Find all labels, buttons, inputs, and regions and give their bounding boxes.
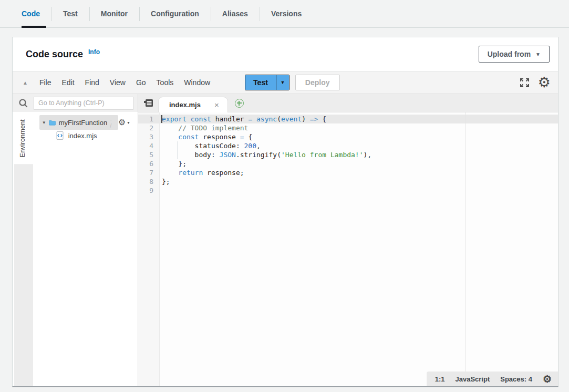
language-mode[interactable]: JavaScript <box>455 375 490 383</box>
panel-header: Code source Info Upload from ▼ <box>13 37 558 71</box>
line-number[interactable]: 6 <box>138 159 159 168</box>
tab-versions[interactable]: Versions <box>260 0 313 27</box>
line-number[interactable]: 2 <box>138 123 159 132</box>
code-token: ), <box>364 151 372 159</box>
goto-anything-row <box>13 94 138 112</box>
code-line[interactable]: // TODO implement <box>162 123 558 132</box>
code-line[interactable]: statusCode: 200, <box>162 141 558 150</box>
menu-tools[interactable]: Tools <box>151 78 179 87</box>
file-name: index.mjs <box>68 132 97 140</box>
ide-body: Environment ▼ myFirstFunction <box>13 94 558 386</box>
tab-aliases[interactable]: Aliases <box>211 0 260 27</box>
editor-tab-index-mjs[interactable]: index.mjs × <box>158 97 228 112</box>
tab-code[interactable]: Code <box>22 0 51 27</box>
code-token: JSON <box>220 151 236 159</box>
file-tree: ▼ myFirstFunction - / ⚙ ▼ <box>33 112 138 386</box>
close-icon[interactable]: × <box>214 101 219 109</box>
code-token: ) <box>302 115 306 123</box>
code-token: = <box>240 133 244 141</box>
code-token: export <box>162 115 187 123</box>
code-token: response <box>199 133 240 141</box>
code-token: return <box>178 169 203 177</box>
tab-configuration[interactable]: Configuration <box>139 0 211 27</box>
menu-find[interactable]: Find <box>80 78 105 87</box>
environment-tab[interactable]: Environment <box>13 112 33 164</box>
code-line[interactable] <box>162 186 558 195</box>
goto-anything-input[interactable] <box>34 97 133 110</box>
collapse-pane-icon[interactable]: ▲ <box>23 80 28 86</box>
tree-settings-button[interactable]: ⚙ ▼ <box>118 118 130 127</box>
editor-settings-gear-icon[interactable]: ⚙ <box>543 374 552 384</box>
code-editor[interactable]: 123456789 export const handler = async(e… <box>138 112 558 386</box>
code-line[interactable]: return response; <box>162 168 558 177</box>
line-number[interactable]: 7 <box>138 168 159 177</box>
info-link[interactable]: Info <box>88 48 100 56</box>
tab-code-label: Code <box>22 9 40 18</box>
tab-aliases-label: Aliases <box>222 9 248 18</box>
line-number[interactable]: 4 <box>138 141 159 150</box>
code-line[interactable]: }; <box>162 159 558 168</box>
ide-container: ▲ File Edit Find View Go Tools Window Te… <box>13 71 558 386</box>
editor-tab-bar: index.mjs × <box>138 94 558 112</box>
line-number[interactable]: 8 <box>138 177 159 186</box>
chevron-down-icon: ▼ <box>535 51 541 57</box>
code-token: event <box>281 115 302 123</box>
upload-from-label: Upload from <box>488 50 531 58</box>
code-token: => <box>310 115 318 123</box>
code-token: }; <box>162 160 187 168</box>
code-token <box>162 169 178 177</box>
code-token <box>252 115 256 123</box>
cursor-position[interactable]: 1:1 <box>435 375 445 383</box>
test-button[interactable]: Test <box>245 75 276 90</box>
deploy-button[interactable]: Deploy <box>295 75 340 90</box>
environment-strip: Environment <box>13 112 33 386</box>
code-line[interactable]: body: JSON.stringify('Hello from Lambda!… <box>162 150 558 159</box>
code-token: 200 <box>244 142 256 150</box>
line-number[interactable]: 5 <box>138 150 159 159</box>
line-number[interactable]: 9 <box>138 186 159 195</box>
code-token: const <box>178 133 199 141</box>
code-token: // TODO implement <box>178 124 248 132</box>
settings-gear-icon[interactable]: ⚙ <box>538 76 551 90</box>
tree-row-file[interactable]: index.mjs <box>33 130 138 141</box>
menu-view[interactable]: View <box>105 78 131 87</box>
menu-window[interactable]: Window <box>179 78 215 87</box>
tab-monitor[interactable]: Monitor <box>89 0 139 27</box>
search-icon[interactable] <box>13 98 34 108</box>
code-token: ( <box>277 115 281 123</box>
code-token: { <box>244 133 253 141</box>
folder-expand-icon[interactable]: ▼ <box>42 120 46 125</box>
menu-file[interactable]: File <box>34 78 57 87</box>
tab-test[interactable]: Test <box>51 0 89 27</box>
code-lines: export const handler = async(event) => {… <box>162 115 558 195</box>
code-line[interactable]: export const handler = async(event) => { <box>160 115 558 123</box>
code-token: { <box>318 115 326 123</box>
code-pane[interactable]: export const handler = async(event) => {… <box>160 112 558 386</box>
editor-status-bar: 1:1 JavaScript Spaces: 4 ⚙ <box>427 372 558 386</box>
code-line[interactable]: }; <box>162 177 558 186</box>
editor-tab-label: index.mjs <box>169 101 201 109</box>
tab-versions-label: Versions <box>271 9 302 18</box>
fullscreen-icon[interactable] <box>520 78 530 88</box>
upload-from-button[interactable]: Upload from ▼ <box>479 46 550 63</box>
folder-icon <box>49 119 56 126</box>
code-token: 'Hello from Lambda!' <box>281 151 364 159</box>
menu-edit[interactable]: Edit <box>56 78 79 87</box>
code-token: const <box>191 115 211 123</box>
code-token: .stringify( <box>236 151 281 159</box>
test-dropdown-caret[interactable]: ▼ <box>276 75 289 90</box>
code-token <box>187 115 191 123</box>
left-lower: Environment ▼ myFirstFunction <box>13 112 138 386</box>
line-number[interactable]: 3 <box>138 132 159 141</box>
line-number[interactable]: 1 <box>138 115 159 123</box>
page-title: Code source <box>26 49 83 60</box>
menu-go[interactable]: Go <box>131 78 151 87</box>
indentation-setting[interactable]: Spaces: 4 <box>500 375 532 383</box>
tab-list-icon[interactable] <box>138 99 158 107</box>
new-tab-plus-icon[interactable] <box>235 99 244 108</box>
code-line[interactable]: const response = { <box>162 132 558 141</box>
code-token <box>162 124 178 132</box>
tab-test-label: Test <box>63 9 78 18</box>
tree-row-folder[interactable]: ▼ myFirstFunction - / ⚙ ▼ <box>33 117 138 128</box>
code-token <box>306 115 310 123</box>
